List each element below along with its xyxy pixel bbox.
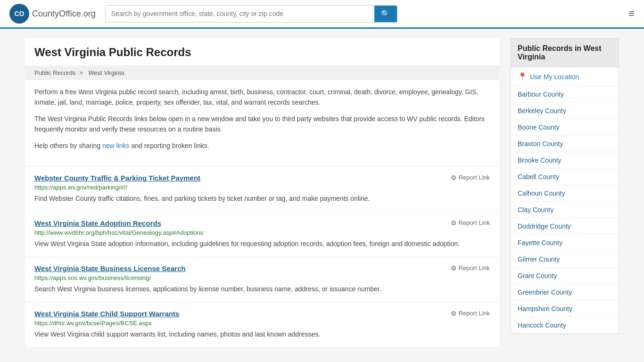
county-link-0[interactable]: Barbour County	[511, 86, 619, 102]
search-icon: 🔍	[381, 10, 390, 18]
result-item: West Virginia State Business License Sea…	[25, 256, 499, 302]
list-item: Hancock County	[511, 317, 619, 334]
intro-p3-end: and reporting broken links.	[130, 142, 209, 149]
intro-p3-start: Help others by sharing	[34, 142, 102, 149]
result-desc-2: Search West Virginia business licenses, …	[34, 284, 490, 294]
sidebar-title: Public Records in West Virginia	[511, 39, 619, 67]
county-link-7[interactable]: Clay County	[511, 202, 619, 218]
county-link-10[interactable]: Gilmer County	[511, 251, 619, 267]
county-list: Barbour CountyBerkeley CountyBoone Count…	[511, 86, 619, 334]
county-link-8[interactable]: Doddridge County	[511, 218, 619, 234]
location-label: Use My Location	[530, 73, 579, 81]
report-link-1[interactable]: ⚙ Report Link	[451, 219, 490, 227]
list-item: Greenbrier County	[511, 284, 619, 301]
search-input[interactable]	[106, 6, 374, 22]
list-item: Grant County	[511, 268, 619, 284]
report-icon: ⚙	[451, 174, 457, 181]
county-link-1[interactable]: Berkeley County	[511, 103, 619, 119]
result-header-2: West Virginia State Business License Sea…	[34, 264, 490, 272]
sidebar: Public Records in West Virginia 📍 Use My…	[511, 38, 619, 347]
result-title-0[interactable]: Webster County Traffic & Parking Ticket …	[34, 174, 200, 182]
result-url-2: https://apps.sos.wv.gov/business/licensi…	[34, 274, 490, 281]
county-link-12[interactable]: Greenbrier County	[511, 284, 619, 300]
result-header-3: West Virginia State Child Support Warran…	[34, 310, 490, 318]
report-link-3[interactable]: ⚙ Report Link	[451, 310, 490, 317]
menu-icon[interactable]: ≡	[628, 8, 635, 20]
list-item: Clay County	[511, 202, 619, 218]
result-header-0: Webster County Traffic & Parking Ticket …	[34, 174, 490, 182]
county-link-11[interactable]: Grant County	[511, 268, 619, 284]
county-link-6[interactable]: Calhoun County	[511, 185, 619, 201]
search-button[interactable]: 🔍	[374, 6, 397, 22]
logo-icon: CO	[9, 4, 29, 24]
result-item: West Virginia State Child Support Warran…	[25, 302, 499, 347]
intro-paragraph-1: Perform a free West Virginia public reco…	[34, 87, 490, 108]
result-desc-3: View West Virginia child support warrant…	[34, 329, 490, 339]
breadcrumb-current: West Virginia	[88, 69, 124, 76]
county-link-3[interactable]: Braxton County	[511, 136, 619, 152]
county-link-14[interactable]: Hancock County	[511, 317, 619, 333]
report-icon: ⚙	[451, 310, 457, 317]
intro-section: Perform a free West Virginia public reco…	[25, 87, 499, 166]
list-item: Brooke County	[511, 152, 619, 169]
report-link-0[interactable]: ⚙ Report Link	[451, 174, 490, 181]
result-title-3[interactable]: West Virginia State Child Support Warran…	[34, 310, 179, 318]
list-item: Doddridge County	[511, 218, 619, 235]
result-desc-0: Find Webster County traffic citations, f…	[34, 194, 490, 204]
list-item: Hampshire County	[511, 301, 619, 317]
intro-paragraph-2: The West Virginia Public Records links b…	[34, 114, 490, 135]
report-link-2[interactable]: ⚙ Report Link	[451, 264, 490, 272]
use-my-location[interactable]: 📍 Use My Location	[511, 67, 619, 86]
result-url-1: http://www.wvdhhr.org/bph/hsc/vital/Gene…	[34, 229, 490, 236]
county-link-5[interactable]: Cabell County	[511, 169, 619, 185]
report-icon: ⚙	[451, 264, 457, 272]
report-label: Report Link	[459, 219, 490, 226]
main-content: West Virginia Public Records Public Reco…	[25, 38, 499, 347]
breadcrumb: Public Records > West Virginia	[25, 66, 499, 80]
list-item: Gilmer County	[511, 251, 619, 268]
results-list: Webster County Traffic & Parking Ticket …	[25, 166, 499, 347]
report-label: Report Link	[459, 174, 490, 181]
location-icon: 📍	[518, 72, 527, 81]
list-item: Calhoun County	[511, 185, 619, 202]
page-title: West Virginia Public Records	[25, 38, 499, 59]
result-item: Webster County Traffic & Parking Ticket …	[25, 166, 499, 211]
intro-paragraph-3: Help others by sharing new links and rep…	[34, 140, 490, 151]
list-item: Cabell County	[511, 169, 619, 185]
list-item: Braxton County	[511, 136, 619, 152]
result-url-0: https://apps.wv.gov/red/parking/#!/	[34, 184, 490, 191]
result-desc-1: View West Virginia State adoption inform…	[34, 239, 490, 249]
site-header: CO CountyOffice.org 🔍 ≡	[0, 0, 644, 29]
list-item: Fayette County	[511, 235, 619, 251]
breadcrumb-parent-link[interactable]: Public Records	[34, 69, 75, 76]
county-link-2[interactable]: Boone County	[511, 119, 619, 135]
svg-text:CO: CO	[15, 10, 25, 17]
report-icon: ⚙	[451, 219, 457, 227]
county-link-9[interactable]: Fayette County	[511, 235, 619, 251]
new-links-link[interactable]: new links	[102, 142, 130, 149]
result-item: West Virginia State Adoption Records ⚙ R…	[25, 211, 499, 256]
logo-text: CountyOffice.org	[32, 9, 96, 19]
result-title-2[interactable]: West Virginia State Business License Sea…	[34, 264, 185, 272]
result-title-1[interactable]: West Virginia State Adoption Records	[34, 219, 161, 227]
list-item: Barbour County	[511, 86, 619, 103]
search-bar: 🔍	[105, 5, 397, 23]
result-header-1: West Virginia State Adoption Records ⚙ R…	[34, 219, 490, 227]
report-label: Report Link	[459, 310, 490, 317]
sidebar-box: Public Records in West Virginia 📍 Use My…	[511, 38, 619, 334]
page-container: West Virginia Public Records Public Reco…	[16, 29, 628, 356]
list-item: Boone County	[511, 119, 619, 136]
logo-link[interactable]: CO CountyOffice.org	[9, 4, 96, 24]
report-label: Report Link	[459, 264, 490, 272]
county-link-13[interactable]: Hampshire County	[511, 301, 619, 317]
county-link-4[interactable]: Brooke County	[511, 152, 619, 168]
result-url-3: https://dhhr.wv.gov/bcse/Pages/BCSE.aspx	[34, 320, 490, 327]
breadcrumb-separator: >	[79, 69, 83, 76]
list-item: Berkeley County	[511, 103, 619, 119]
